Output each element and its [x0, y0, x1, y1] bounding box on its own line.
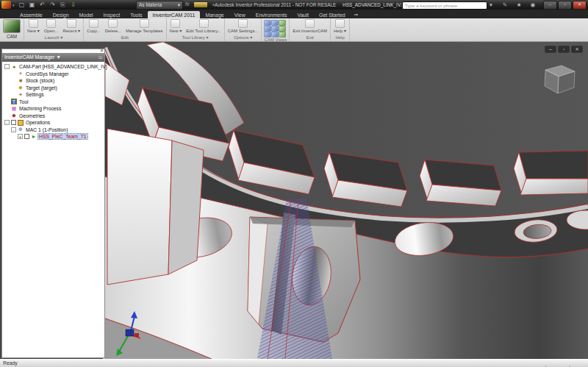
button-label: Manage Templates	[126, 29, 163, 33]
tab-get-started[interactable]: Get Started	[314, 11, 351, 18]
svg-text:–: –	[549, 46, 552, 51]
tab-model[interactable]: Model	[74, 11, 98, 18]
tab-assemble[interactable]: Assemble	[15, 11, 48, 18]
tab-inspect[interactable]: Inspect	[98, 11, 126, 18]
document-title: HSS_ADVANCED_LINK_IV.IAM	[343, 2, 410, 7]
tab-inventorcam-2011[interactable]: InventorCAM 2011	[148, 11, 201, 18]
print-icon[interactable]: ⎘	[59, 1, 67, 9]
tree-item-target-target[interactable]: ◆Target (target)	[2, 85, 104, 92]
inventor-logo-icon[interactable]	[1, 1, 11, 9]
group-label-options[interactable]: Options ▾	[227, 34, 259, 41]
arm-faces[interactable]	[107, 129, 204, 285]
update-icon[interactable]: ⇩	[69, 1, 77, 9]
wrench-icon[interactable]: ✎	[501, 1, 509, 9]
tree-item-geometries[interactable]: ◆Geometries	[2, 113, 104, 120]
new-button[interactable]: New ▾	[169, 19, 183, 33]
edit-tool-library-button[interactable]: Edit Tool Library...	[185, 19, 221, 33]
iso-view-icon[interactable]	[264, 20, 271, 26]
tab-view[interactable]: View	[229, 11, 251, 18]
tab-vault[interactable]: Vault	[293, 11, 314, 18]
button-label: Exit InventorCAM	[293, 29, 327, 33]
redo-icon[interactable]: ↷	[49, 1, 57, 9]
help-button[interactable]: Help ▾	[333, 19, 347, 33]
tab-tools[interactable]: Tools	[125, 11, 147, 18]
exit-inventorcam-button[interactable]: Exit InventorCAM	[292, 19, 328, 33]
ribbon-group-exit: Exit InventorCAMExit	[290, 18, 331, 41]
save-icon[interactable]: ▣	[28, 1, 36, 9]
search-input[interactable]: Type a keyword or phrase	[402, 1, 487, 10]
tree-checkbox[interactable]	[24, 134, 29, 139]
collapse-icon[interactable]: -	[4, 120, 10, 125]
ribbon-group-buttons: New ▾Edit Tool Library...	[169, 19, 222, 34]
close-button[interactable]: ✕	[573, 1, 587, 10]
button-label: Recent ▾	[62, 29, 80, 33]
cam-panel: CAM	[0, 18, 24, 41]
front-view-icon[interactable]	[271, 20, 279, 26]
group-label-launch[interactable]: Launch ▾	[26, 34, 81, 41]
panel-close-icon[interactable]: ✕	[100, 49, 104, 53]
left-view-icon[interactable]	[279, 26, 286, 32]
document-window-controls[interactable]: – ▫ ✕	[545, 46, 583, 53]
tree-item-label: HSS_PieC_Team_T1	[38, 134, 87, 139]
recent-icon	[67, 19, 76, 28]
tree-item-coordsys-manager[interactable]: ⌖CoordSys Manager	[2, 71, 104, 78]
cam-settings-button[interactable]: CAM Settings...	[227, 19, 259, 33]
tree-item-label: CAM-Part [HSS_ADVANCED_LINK_IV]	[18, 64, 108, 69]
resize-grip-icon: ⌟ ⌟	[545, 361, 581, 367]
group-label-edit[interactable]: Edit	[86, 35, 164, 41]
tree-item-stock-stock[interactable]: ■Stock (stock)	[2, 77, 104, 85]
collapse-icon[interactable]: -	[4, 64, 10, 69]
new-button[interactable]: New ▾	[26, 19, 40, 33]
copy-button[interactable]: Copy...	[86, 19, 101, 33]
tree-item-label: Tool	[18, 99, 29, 104]
tree-item-hss-piec-team-t1[interactable]: +►HSS_PieC_Team_T1	[2, 133, 104, 140]
tree-item-machining-process[interactable]: ▦Machining Process	[2, 105, 104, 113]
group-label-help[interactable]: Help	[333, 35, 347, 41]
ribbon-group-buttons: Exit InventorCAM	[292, 19, 328, 35]
help-icon	[335, 19, 345, 28]
new-file-icon[interactable]: ▢	[18, 1, 26, 9]
button-label: CAM Settings...	[228, 29, 259, 33]
ribbon-group-launch: New ▾Open...Recent ▾Launch ▾	[24, 18, 84, 41]
maximize-button[interactable]: ▫	[558, 1, 572, 10]
operation-icon: ►	[31, 134, 37, 140]
app-menu-caret-icon[interactable]: ▾	[12, 3, 15, 7]
button-label: Open...	[44, 29, 59, 33]
undo-icon[interactable]: ↶	[38, 1, 46, 9]
expand-icon[interactable]: +	[18, 134, 23, 139]
title-bar: ▾ ▢▣↶↷⎘⇩ As Materia ▾ fx Autodesk Invent…	[0, 0, 588, 10]
material-dropdown[interactable]: As Materia ▾	[136, 1, 183, 10]
group-label-exit[interactable]: Exit	[292, 35, 328, 41]
delete-button[interactable]: Delete...	[104, 19, 122, 33]
panel-pin-icon[interactable]: ⊡	[98, 53, 102, 62]
top-view-icon[interactable]	[279, 20, 286, 26]
tree-item-cam-part-hss-advanced-link-iv[interactable]: -●CAM-Part [HSS_ADVANCED_LINK_IV]	[2, 63, 104, 71]
tree-item-operations[interactable]: -Operations	[2, 119, 104, 127]
tree-item-settings[interactable]: ✦Settings	[2, 91, 104, 99]
minimize-button[interactable]: –	[543, 1, 557, 10]
appearance-swatch-icon[interactable]	[194, 2, 207, 7]
panel-header[interactable]: InventorCAM Manager ▼ ⊡	[2, 53, 104, 62]
ribbon-group-tool-library: New ▾Edit Tool Library...Tool Library ▾	[167, 18, 225, 41]
collapse-icon[interactable]: -	[11, 127, 16, 132]
back-view-icon[interactable]	[271, 26, 279, 32]
tree-item-tool[interactable]: TTool	[2, 99, 104, 106]
tab-environments[interactable]: Environments	[251, 11, 293, 18]
favorites-icon[interactable]: ★	[515, 1, 523, 9]
tab-manage[interactable]: Manage	[200, 11, 229, 18]
manage-templates-button[interactable]: Manage Templates	[125, 19, 164, 33]
open-button[interactable]: Open...	[43, 19, 60, 33]
tree-checkbox[interactable]	[11, 120, 16, 125]
recent-button[interactable]: Recent ▾	[62, 19, 81, 33]
ribbon-group-help: Help ▾Help	[331, 18, 350, 41]
tab-design[interactable]: Design	[48, 11, 74, 18]
cam-button[interactable]	[3, 19, 21, 33]
parameters-fx-icon[interactable]: fx	[185, 1, 189, 7]
right-view-icon[interactable]	[264, 26, 271, 32]
community-icon[interactable]: ◉	[529, 1, 537, 9]
group-label-tool-library[interactable]: Tool Library ▾	[169, 34, 222, 41]
ribbon-overflow-icon[interactable]: ▪▾	[351, 10, 362, 18]
button-label: Delete...	[105, 29, 121, 33]
tree-item-mac-1-1-position[interactable]: -⊕MAC 1 (1-Position)	[2, 127, 104, 134]
search-scope-icon[interactable]: ▾	[487, 1, 495, 9]
